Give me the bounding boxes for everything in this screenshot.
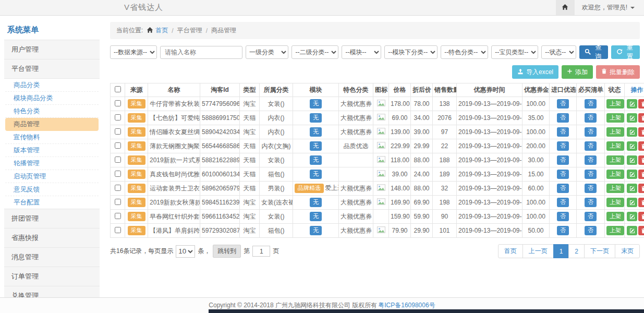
edit-button[interactable]	[627, 198, 637, 207]
import-select-badge[interactable]: 否	[557, 155, 569, 165]
edit-button[interactable]	[627, 226, 637, 235]
query-button[interactable]: 查询	[579, 45, 608, 59]
row-checkbox[interactable]	[115, 114, 121, 121]
delete-button[interactable]	[638, 198, 644, 207]
select-all-checkbox[interactable]	[115, 86, 121, 92]
must-buy-badge[interactable]: 否	[585, 212, 597, 221]
must-buy-badge[interactable]: 否	[585, 155, 597, 165]
import-select-badge[interactable]: 否	[557, 184, 569, 193]
must-buy-badge[interactable]: 否	[585, 198, 597, 207]
breadcrumb-home-link[interactable]: 首页	[147, 26, 168, 35]
delete-button[interactable]	[638, 127, 644, 137]
status-badge[interactable]: 上架	[606, 141, 624, 151]
status-badge[interactable]: 上架	[606, 127, 624, 137]
sidebar-item-宣传物料[interactable]: 宣传物料	[5, 131, 99, 144]
icp-link[interactable]: 粤ICP备16098006号	[378, 301, 435, 310]
pagination-button-下一页[interactable]: 下一页	[584, 244, 615, 258]
filter-select-0[interactable]: --数据来源--	[110, 45, 157, 59]
add-button[interactable]: 添加	[562, 65, 593, 79]
must-buy-badge[interactable]: 否	[585, 170, 597, 179]
row-checkbox[interactable]	[115, 128, 121, 135]
edit-button[interactable]	[627, 99, 637, 109]
status-badge[interactable]: 上架	[606, 113, 624, 123]
row-checkbox[interactable]	[115, 171, 121, 177]
sidebar-item-商品分类[interactable]: 商品分类	[5, 79, 99, 92]
sidebar-item-订单管理[interactable]: 订单管理	[4, 267, 100, 286]
row-checkbox[interactable]	[115, 227, 121, 233]
must-buy-badge[interactable]: 否	[585, 184, 597, 193]
filter-select-3[interactable]: --模块--	[342, 45, 381, 59]
filter-select-6[interactable]: --宝贝类型--	[491, 45, 538, 59]
must-buy-badge[interactable]: 否	[585, 127, 597, 137]
status-badge[interactable]: 上架	[606, 155, 624, 165]
pagination-button-上一页[interactable]: 上一页	[523, 244, 554, 258]
status-badge[interactable]: 上架	[606, 184, 624, 193]
filter-select-4[interactable]: --模块下分类--	[384, 45, 438, 59]
status-badge[interactable]: 上架	[606, 226, 624, 235]
row-checkbox[interactable]	[115, 142, 121, 149]
edit-button[interactable]	[627, 155, 637, 165]
delete-button[interactable]	[638, 170, 644, 179]
jump-button[interactable]: 跳转到	[213, 245, 241, 258]
import-select-badge[interactable]: 否	[557, 198, 569, 207]
import-select-badge[interactable]: 否	[557, 226, 569, 235]
filter-select-7[interactable]: --状态--	[541, 45, 576, 59]
filter-select-2[interactable]: --二级分类--	[291, 45, 338, 59]
reset-button[interactable]: 重置	[611, 45, 640, 59]
import-select-badge[interactable]: 否	[557, 127, 569, 137]
must-buy-badge[interactable]: 否	[585, 141, 597, 151]
delete-button[interactable]	[638, 155, 644, 165]
status-badge[interactable]: 上架	[606, 170, 624, 179]
edit-button[interactable]	[627, 127, 637, 137]
delete-button[interactable]	[638, 99, 644, 109]
must-buy-badge[interactable]: 否	[585, 113, 597, 123]
edit-button[interactable]	[627, 170, 637, 179]
import-select-badge[interactable]: 否	[557, 170, 569, 179]
edit-button[interactable]	[627, 184, 637, 193]
edit-button[interactable]	[627, 212, 637, 221]
delete-button[interactable]	[638, 184, 644, 193]
sidebar-item-兑换管理[interactable]: 兑换管理	[4, 286, 100, 297]
delete-button[interactable]	[638, 226, 644, 235]
row-checkbox[interactable]	[115, 100, 121, 106]
jump-page-input[interactable]	[252, 246, 270, 257]
delete-button[interactable]	[638, 212, 644, 221]
home-button[interactable]	[556, 0, 575, 15]
sidebar-item-版本管理[interactable]: 版本管理	[5, 144, 99, 157]
breadcrumb-item[interactable]: 商品管理	[211, 26, 236, 35]
import-select-badge[interactable]: 否	[557, 113, 569, 123]
must-buy-badge[interactable]: 否	[585, 226, 597, 235]
delete-button[interactable]	[638, 113, 644, 123]
must-buy-badge[interactable]: 否	[585, 99, 597, 109]
sidebar-item-省惠快报[interactable]: 省惠快报	[4, 228, 100, 248]
sidebar-item-意见反馈[interactable]: 意见反馈	[5, 183, 99, 196]
sidebar-item-模块商品分类[interactable]: 模块商品分类	[5, 92, 99, 105]
import-excel-button[interactable]: 导入excel	[512, 65, 558, 79]
row-checkbox[interactable]	[115, 185, 121, 191]
filter-select-5[interactable]: --特色分类--	[441, 45, 488, 59]
import-select-badge[interactable]: 否	[557, 141, 569, 151]
pagination-button-首页[interactable]: 首页	[498, 244, 523, 258]
status-badge[interactable]: 上架	[606, 99, 624, 109]
status-badge[interactable]: 上架	[606, 198, 624, 207]
sidebar-item-消息管理[interactable]: 消息管理	[4, 247, 100, 267]
sidebar-item-拼团管理[interactable]: 拼团管理	[4, 209, 100, 228]
row-checkbox[interactable]	[115, 199, 121, 205]
per-page-select[interactable]: 10	[176, 245, 195, 258]
sidebar-item-平台管理[interactable]: 平台管理	[4, 59, 100, 79]
user-menu[interactable]: 欢迎您，管理员!	[575, 3, 644, 12]
name-search-input[interactable]	[160, 46, 242, 59]
sidebar-item-平台配置[interactable]: 平台配置	[5, 196, 99, 209]
import-select-badge[interactable]: 否	[557, 99, 569, 109]
batch-delete-button[interactable]: 批量删除	[596, 65, 640, 79]
sidebar-item-用户管理[interactable]: 用户管理	[4, 40, 100, 59]
sidebar-item-轮播管理[interactable]: 轮播管理	[5, 157, 99, 170]
row-checkbox[interactable]	[115, 156, 121, 163]
sidebar-item-商品管理[interactable]: 商品管理	[5, 118, 99, 131]
edit-button[interactable]	[627, 113, 637, 123]
delete-button[interactable]	[638, 141, 644, 151]
filter-select-1[interactable]: 一级分类	[246, 45, 288, 59]
breadcrumb-item[interactable]: 平台管理	[177, 26, 202, 35]
row-checkbox[interactable]	[115, 213, 121, 219]
pagination-button-末页[interactable]: 末页	[615, 244, 640, 258]
